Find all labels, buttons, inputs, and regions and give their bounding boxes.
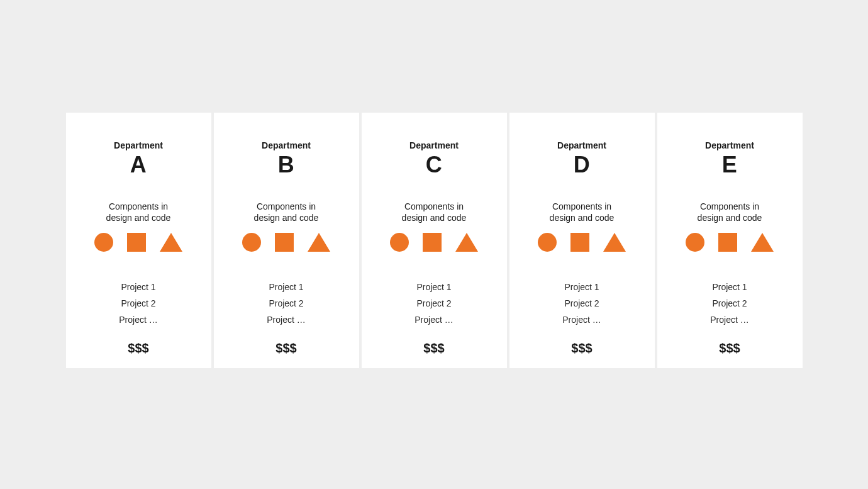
circle-icon	[390, 233, 409, 252]
circle-icon	[242, 233, 261, 252]
department-label: Department	[362, 140, 507, 150]
department-card: Department A Components in design and co…	[66, 113, 211, 368]
project-item: Project 2	[657, 296, 803, 312]
project-item: Project …	[509, 312, 655, 329]
components-line-1: Components in	[700, 201, 759, 211]
project-list: Project 1 Project 2 Project …	[214, 279, 359, 329]
component-shapes	[362, 233, 507, 252]
square-icon	[570, 233, 589, 252]
project-item: Project 1	[657, 279, 803, 296]
project-list: Project 1 Project 2 Project …	[362, 279, 507, 329]
project-item: Project …	[66, 312, 211, 329]
department-card: Department D Components in design and co…	[509, 113, 655, 368]
components-label: Components in design and code	[657, 201, 803, 225]
component-shapes	[214, 233, 359, 252]
project-item: Project 2	[362, 296, 507, 312]
components-line-2: design and code	[254, 213, 319, 223]
components-label: Components in design and code	[214, 201, 359, 225]
component-shapes	[509, 233, 655, 252]
components-line-2: design and code	[402, 213, 467, 223]
project-item: Project 1	[362, 279, 507, 296]
project-item: Project …	[657, 312, 803, 329]
square-icon	[127, 233, 146, 252]
components-line-1: Components in	[404, 201, 464, 211]
cost-label: $$$	[66, 341, 211, 356]
project-item: Project …	[214, 312, 359, 329]
triangle-icon	[455, 233, 478, 252]
department-label: Department	[509, 140, 655, 150]
cost-label: $$$	[657, 341, 803, 356]
department-letter: A	[66, 152, 211, 178]
square-icon	[275, 233, 294, 252]
department-label: Department	[66, 140, 211, 150]
square-icon	[423, 233, 442, 252]
project-item: Project 1	[66, 279, 211, 296]
components-line-2: design and code	[550, 213, 615, 223]
component-shapes	[66, 233, 211, 252]
project-list: Project 1 Project 2 Project …	[509, 279, 655, 329]
triangle-icon	[160, 233, 182, 252]
project-item: Project 1	[509, 279, 655, 296]
cost-label: $$$	[362, 341, 507, 356]
project-item: Project 2	[214, 296, 359, 312]
department-label: Department	[214, 140, 359, 150]
circle-icon	[94, 233, 113, 252]
components-line-2: design and code	[698, 213, 762, 223]
department-letter: D	[509, 152, 655, 178]
triangle-icon	[603, 233, 626, 252]
cost-label: $$$	[214, 341, 359, 356]
project-list: Project 1 Project 2 Project …	[657, 279, 803, 329]
department-letter: C	[362, 152, 507, 178]
square-icon	[718, 233, 737, 252]
components-line-1: Components in	[257, 201, 316, 211]
triangle-icon	[308, 233, 330, 252]
project-item: Project 2	[66, 296, 211, 312]
component-shapes	[657, 233, 803, 252]
components-label: Components in design and code	[362, 201, 507, 225]
project-item: Project 2	[509, 296, 655, 312]
department-row: Department A Components in design and co…	[66, 113, 803, 368]
triangle-icon	[751, 233, 774, 252]
department-letter: B	[214, 152, 359, 178]
department-card: Department E Components in design and co…	[657, 113, 803, 368]
circle-icon	[538, 233, 557, 252]
department-label: Department	[657, 140, 803, 150]
project-item: Project …	[362, 312, 507, 329]
components-line-1: Components in	[552, 201, 611, 211]
project-list: Project 1 Project 2 Project …	[66, 279, 211, 329]
components-label: Components in design and code	[509, 201, 655, 225]
department-card: Department B Components in design and co…	[214, 113, 359, 368]
components-line-2: design and code	[106, 213, 171, 223]
components-label: Components in design and code	[66, 201, 211, 225]
circle-icon	[686, 233, 704, 252]
department-card: Department C Components in design and co…	[362, 113, 507, 368]
project-item: Project 1	[214, 279, 359, 296]
components-line-1: Components in	[109, 201, 168, 211]
cost-label: $$$	[509, 341, 655, 356]
department-letter: E	[657, 152, 803, 178]
